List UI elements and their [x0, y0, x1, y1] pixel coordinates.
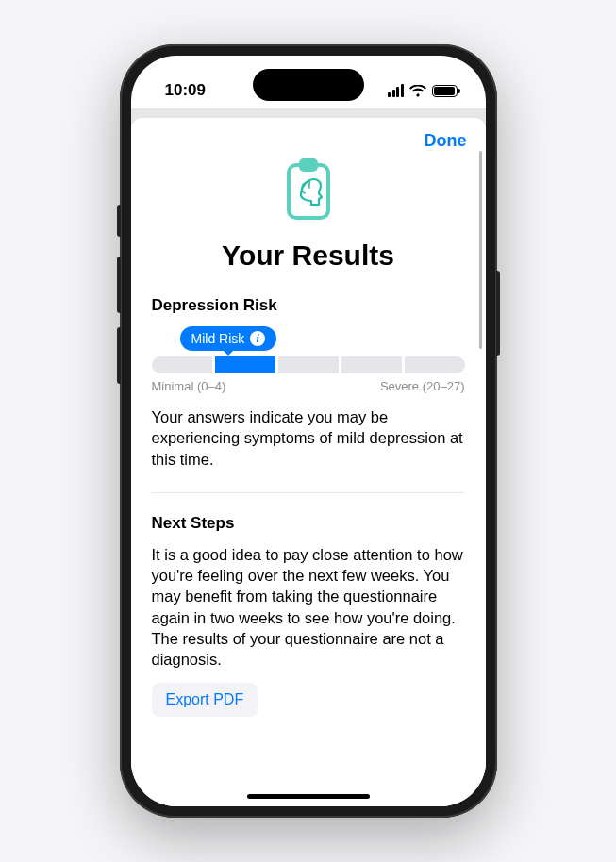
- scale-high-label: Severe (20–27): [380, 379, 465, 393]
- svg-rect-1: [299, 158, 318, 172]
- screen: 10:09 Done: [131, 56, 486, 806]
- volume-up-button: [117, 257, 121, 313]
- depression-risk-label: Depression Risk: [152, 296, 465, 315]
- status-time: 10:09: [165, 81, 206, 100]
- battery-icon: [432, 85, 458, 97]
- svg-rect-0: [289, 165, 328, 218]
- scale-segment: [152, 356, 212, 373]
- scale-segment: [278, 356, 339, 373]
- dynamic-island: [253, 69, 364, 101]
- scale-labels: Minimal (0–4) Severe (20–27): [152, 379, 465, 393]
- volume-down-button: [117, 327, 121, 384]
- scale-segment: [405, 356, 465, 373]
- export-pdf-button[interactable]: Export PDF: [152, 683, 258, 717]
- phone-frame: 10:09 Done: [120, 44, 497, 818]
- clipboard-brain-icon: [152, 155, 465, 224]
- card-header: Done: [131, 118, 486, 151]
- next-steps-body: It is a good idea to pay close attention…: [152, 544, 465, 671]
- results-card: Done Your Results Depression Risk: [131, 118, 486, 806]
- home-indicator[interactable]: [247, 794, 370, 799]
- silent-switch: [117, 205, 121, 237]
- risk-scale: [152, 356, 465, 373]
- wifi-icon: [409, 85, 426, 97]
- scale-low-label: Minimal (0–4): [152, 379, 226, 393]
- page-title: Your Results: [152, 240, 465, 272]
- divider: [152, 492, 465, 493]
- done-button[interactable]: Done: [425, 131, 467, 151]
- scroll-indicator[interactable]: [479, 151, 482, 349]
- info-icon[interactable]: i: [250, 331, 265, 346]
- next-steps-heading: Next Steps: [152, 514, 465, 533]
- status-icons: [388, 84, 458, 97]
- card-content[interactable]: Your Results Depression Risk Mild Risk i: [131, 151, 486, 806]
- risk-indicator-group: Mild Risk i Minimal (0–4) Sever: [152, 326, 465, 393]
- risk-summary-text: Your answers indicate you may be experie…: [152, 406, 465, 470]
- risk-level-bubble[interactable]: Mild Risk i: [180, 326, 277, 351]
- sheet-backdrop: Done Your Results Depression Risk: [131, 108, 486, 806]
- cellular-icon: [388, 84, 404, 97]
- scale-segment-active: [215, 356, 275, 373]
- side-button: [496, 271, 500, 356]
- scale-segment: [341, 356, 402, 373]
- risk-level-text: Mild Risk: [191, 331, 245, 346]
